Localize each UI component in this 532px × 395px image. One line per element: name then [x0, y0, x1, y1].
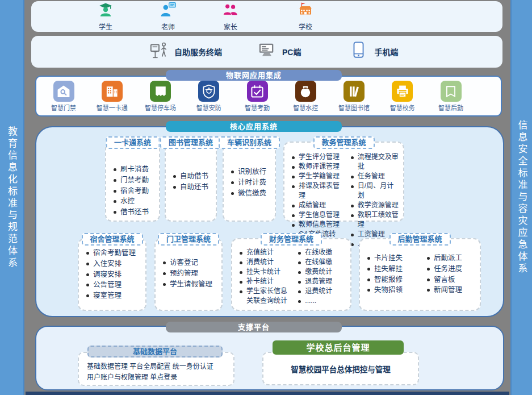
one-card-icon: [102, 81, 123, 102]
user-parents: 家长: [208, 2, 253, 31]
iot-door-access: 智慧门禁: [43, 81, 84, 115]
support-ribbon: 支撑平台: [166, 322, 342, 332]
system-title: 图书管理系统: [160, 136, 221, 149]
system-columns: 充值统计 消费统计 挂失卡统计 补卡统计 学生家长信息关联查询统计 在线收缴 在…: [232, 248, 350, 306]
list-item: 在线催缴: [298, 257, 347, 267]
system-title: 宿舍管理系统: [81, 233, 143, 246]
iot-parking: 智慧停车场: [140, 81, 181, 115]
list-item: 访客登记: [162, 257, 219, 268]
system-vehicle-recognition: 车辆识别系统 识别放行 计时计费 微信缴费: [223, 142, 276, 222]
terminals-row: 自助服务终端 PC端 手机端: [31, 36, 502, 68]
list-item: 任务管理: [350, 172, 400, 181]
list-item: 缴费统计: [298, 267, 347, 277]
system-item-list: 在线收缴 在线催缴 缴费统计 退费管理 退费统计 ......: [295, 248, 349, 306]
iot-label: 智慧水控: [293, 103, 318, 112]
list-item: 识别放行: [231, 167, 273, 177]
iot-one-card: 智慧一卡通: [91, 81, 132, 115]
list-item: 自助借书: [173, 171, 208, 182]
right-strip-text: 信息安全标准与容灾应急体系: [515, 120, 529, 275]
system-item-list: 访客登记 预约管理 学生请假管理: [156, 257, 221, 289]
terminal-label: 自助服务终端: [174, 46, 222, 57]
list-item: 智能报修: [367, 275, 422, 285]
iot-water-control: 智慧水控: [285, 81, 326, 115]
list-item: 门禁考勤: [113, 175, 157, 186]
system-logistics-mgmt: 后勤管理系统 卡片挂失 挂失解挂 智能报修 失物招领 后勤派工 任务进度 留言板…: [359, 238, 481, 311]
iot-label: 智慧后勤: [438, 103, 463, 112]
system-title: 教务管理系统: [313, 136, 374, 149]
system-title: 门卫管理系统: [158, 233, 219, 246]
smart-campus-architecture-diagram: 教育信息化标准与规范体系 信息安全标准与容灾应急体系 学生 老师 家长: [0, 0, 532, 395]
list-item: 寝室管理: [86, 290, 143, 301]
system-item-list: 刷卡消费 门禁考勤 宿舍考勤 水控 借书还书: [106, 164, 159, 218]
system-dormitory: 宿舍管理系统 宿舍考勤管理 入住安排 调寝安排 公告管理 寝室管理: [78, 238, 146, 311]
list-item: 借书还书: [113, 207, 157, 218]
list-item: 后勤派工: [426, 253, 476, 264]
left-standard-strip: 教育信息化标准与规范体系: [0, 0, 24, 395]
iot-label: 智慧校务: [390, 103, 415, 112]
iot-label: 智慧一卡通: [97, 103, 128, 112]
school-admin-title: 学校总后台管理: [273, 340, 404, 355]
user-label: 学生: [99, 22, 112, 31]
list-item: 微信缴费: [231, 188, 273, 199]
list-item: 公告管理: [86, 280, 143, 290]
list-item: 学生学籍管理: [291, 172, 346, 181]
user-student: 学生: [83, 2, 128, 31]
iot-label: 智慧门禁: [51, 103, 76, 112]
school-icon: [297, 2, 314, 21]
school-affairs-icon: [392, 81, 413, 102]
list-item: 补卡统计: [239, 277, 293, 286]
list-item: 卡片挂失: [367, 253, 422, 264]
list-item: 留言板: [426, 275, 476, 285]
list-item: 教职工绩效管理: [350, 210, 400, 230]
terminal-label: PC端: [282, 46, 301, 57]
user-teacher: 老师: [146, 2, 190, 31]
door-access-icon: [53, 81, 74, 102]
list-item: 学生家长信息关联查询统计: [239, 286, 293, 306]
system-title: 后勤管理系统: [389, 233, 450, 246]
list-item: 失物招领: [367, 285, 422, 296]
right-standard-strip: 信息安全标准与容灾应急体系: [510, 0, 532, 395]
iot-library: 智慧图书馆: [334, 81, 375, 115]
iot-label: 智慧安防: [196, 103, 221, 112]
list-item: 成绩管理: [291, 201, 346, 210]
core-ribbon: 核心应用系统: [166, 121, 342, 132]
system-academic-affairs: 教务管理系统 学生评分管理 教师评课管理 学生学籍管理 排课及课表管理 成绩管理…: [283, 142, 404, 222]
support-platform-box: 支撑平台 基础数据平台 基础数据管理 平台全局配置 统一身份认证 用户账户与权限…: [35, 326, 504, 390]
iot-security: 智慧安防: [188, 81, 229, 115]
phone-icon: [349, 41, 368, 63]
base-platform-line1: 基础数据管理 平台全局配置 统一身份认证: [87, 361, 233, 372]
base-data-platform-title: 基础数据平台: [87, 346, 223, 357]
school-admin-desc: 智慧校园平台总体把控与管理: [291, 363, 391, 375]
list-item: 退费统计: [298, 286, 347, 296]
system-one-card: 一卡通系统 刷卡消费 门禁考勤 宿舍考勤 水控 借书还书: [105, 142, 160, 222]
system-columns: 卡片挂失 挂失解挂 智能报修 失物招领 后勤派工 任务进度 留言板 新闻管理: [360, 253, 480, 296]
list-item: 退费管理: [298, 277, 347, 286]
system-title: 财务管理系统: [261, 233, 322, 246]
iot-label: 智慧图书馆: [338, 103, 370, 112]
terminal-label: 手机端: [374, 46, 398, 57]
list-item: 教师评课管理: [291, 162, 346, 172]
logistics-icon: [441, 81, 462, 102]
iot-label: 智慧考勤: [245, 103, 270, 112]
system-item-list: 宿舍考勤管理 入住安排 调寝安排 公告管理 寝室管理: [79, 248, 145, 301]
list-item: 宿舍考勤: [113, 186, 157, 197]
list-item: 挂失卡统计: [239, 267, 293, 277]
attendance-icon: [247, 81, 268, 102]
system-item-list: 识别放行 计时计费 微信缴费: [224, 167, 275, 198]
system-item-list: 卡片挂失 挂失解挂 智能报修 失物招领: [365, 253, 424, 296]
teacher-icon: [160, 2, 177, 21]
list-item: 教学资源管理: [350, 201, 400, 210]
list-item: 日/周、月计划: [350, 181, 400, 201]
parking-icon: [150, 81, 171, 102]
core-systems-box: 核心应用系统 一卡通系统 刷卡消费 门禁考勤 宿舍考勤 水控 借书还书 图书管理…: [35, 126, 504, 317]
list-item: 新闻管理: [426, 285, 476, 296]
user-label: 老师: [161, 22, 175, 31]
system-library-mgmt: 图书管理系统 自助借书 自助还书: [165, 142, 217, 222]
iot-attendance: 智慧考勤: [237, 81, 278, 115]
left-strip-text: 教育信息化标准与规范体系: [5, 126, 19, 269]
system-title: 车辆识别系统: [219, 136, 280, 149]
list-item: 在线收缴: [298, 248, 347, 257]
iot-school-affairs: 智慧校务: [382, 81, 423, 115]
security-icon: [198, 81, 219, 102]
list-item: 调寝安排: [86, 269, 143, 280]
